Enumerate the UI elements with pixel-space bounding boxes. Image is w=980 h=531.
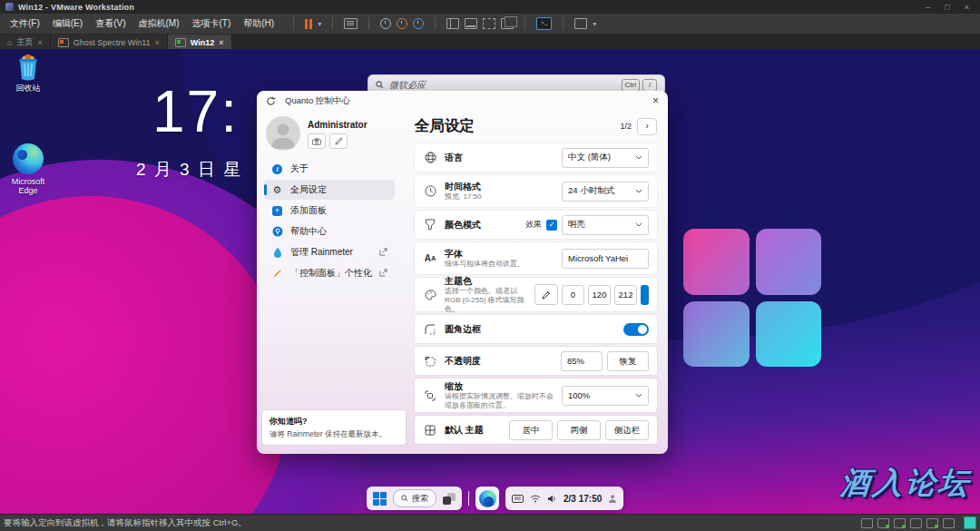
tab-close-icon[interactable] [37, 38, 42, 47]
fullscreen-icon[interactable] [483, 18, 495, 29]
effect-checkbox[interactable] [546, 220, 557, 231]
printer-icon[interactable] [910, 518, 922, 528]
keyboard-icon[interactable] [512, 495, 524, 503]
avatar[interactable] [266, 116, 300, 151]
tab-ghost-spectre-win11[interactable]: Ghost Spectre Win11 [51, 34, 168, 50]
restore-button[interactable]: 恢复 [607, 351, 649, 371]
sidebar-item-manage-rainmeter[interactable]: 管理 Rainmeter [264, 242, 395, 262]
shortcut-key-ctrl: Ctrl [622, 79, 640, 92]
wifi-icon[interactable] [530, 495, 541, 503]
tip-card: 你知道吗? 请将 Rainmeter 保持在最新版本。 [262, 410, 406, 445]
setting-subtext: 细体与粗体将自动设置。 [445, 260, 524, 269]
minimize-button[interactable] [926, 3, 930, 12]
manage-snapshots-icon[interactable] [413, 18, 424, 29]
theme-color-swatch[interactable] [641, 285, 649, 305]
taskbar-edge-button[interactable] [475, 487, 499, 510]
tab-home[interactable]: 主页 [0, 34, 51, 50]
dropdown-value: 100% [568, 390, 590, 400]
desktop-icon-recycle-bin[interactable]: 回收站 [2, 54, 54, 93]
pause-dropdown-icon[interactable]: ▾ [318, 20, 321, 28]
taskbar-tray-pill[interactable]: 2/3 17:50 [505, 487, 623, 510]
cd-rom-icon[interactable] [877, 518, 889, 528]
edge-icon [479, 490, 496, 507]
revert-snapshot-icon[interactable] [397, 18, 407, 29]
console-view-icon[interactable]: >_ [536, 17, 552, 30]
start-button[interactable] [373, 492, 387, 506]
sidebar-item-global-settings[interactable]: 全局设定 [264, 180, 395, 200]
rename-button[interactable] [329, 133, 348, 149]
language-icon [423, 152, 437, 163]
rounded-corners-toggle[interactable] [623, 323, 649, 336]
color-mode-icon [423, 219, 437, 231]
close-button[interactable] [965, 3, 969, 12]
font-input[interactable] [562, 249, 649, 269]
control-center-sidebar: Administrator [257, 111, 402, 454]
setting-label: 颜色模式 [445, 220, 481, 231]
taskbar-search[interactable]: 搜索 [393, 489, 436, 507]
rgb-r-input[interactable] [562, 285, 584, 305]
menu-help[interactable]: 帮助(H) [237, 14, 280, 34]
sidebar-item-add-panel[interactable]: 添加面板 [264, 201, 395, 221]
menu-view[interactable]: 查看(V) [89, 14, 132, 34]
close-icon[interactable] [652, 95, 659, 106]
sound-device-icon[interactable] [943, 518, 955, 528]
desktop-icon-microsoft-edge[interactable]: Microsoft Edge [2, 143, 54, 196]
menu-tabs[interactable]: 选项卡(T) [185, 14, 237, 34]
theme-center-button[interactable]: 居中 [509, 420, 553, 440]
tab-close-icon[interactable] [219, 38, 223, 47]
time-format-dropdown[interactable]: 24 小时制式 [562, 182, 649, 202]
hard-disk-icon[interactable] [861, 518, 873, 528]
profile-name: Administrator [308, 120, 368, 130]
shortcut-key-slash: / [642, 79, 657, 92]
toolbar-separator [563, 17, 564, 30]
take-snapshot-icon[interactable] [380, 18, 391, 29]
change-photo-button[interactable] [308, 133, 326, 149]
usb-device-icon[interactable] [926, 518, 938, 528]
tab-label: Win12 [191, 38, 214, 47]
sidebar-item-about[interactable]: 关于 [264, 159, 395, 179]
taskbar-separator [468, 491, 469, 506]
tray-datetime[interactable]: 2/3 17:50 [564, 494, 602, 504]
toolbar-separator [332, 17, 333, 30]
color-mode-dropdown[interactable]: 明亮 [562, 215, 649, 235]
stretch-guest-icon[interactable] [574, 18, 587, 29]
vm-monitor-icon [58, 38, 69, 47]
menu-file[interactable]: 文件(F) [4, 14, 46, 34]
rgb-g-input[interactable] [588, 285, 611, 305]
theme-both-sides-button[interactable]: 两侧 [557, 420, 601, 440]
fullscreen-indicator-icon[interactable] [964, 516, 976, 529]
refresh-icon[interactable] [266, 96, 276, 106]
volume-icon[interactable] [547, 495, 557, 503]
language-dropdown[interactable]: 中文 (简体) [562, 148, 649, 168]
tab-label: Ghost Spectre Win11 [74, 38, 151, 47]
chevron-down-icon [635, 222, 642, 227]
send-ctrl-alt-del-icon[interactable] [344, 18, 358, 29]
unity-mode-icon[interactable] [501, 18, 514, 29]
network-adapter-icon[interactable] [894, 518, 906, 528]
tab-close-icon[interactable] [155, 38, 160, 47]
tab-win12[interactable]: Win12 [168, 34, 232, 50]
maximize-button[interactable] [945, 3, 949, 12]
stretch-dropdown-icon[interactable]: ▾ [593, 20, 596, 28]
menu-edit[interactable]: 编辑(E) [46, 14, 89, 34]
window-titlebar: Win12 - VMware Workstation [0, 0, 980, 14]
sidebar-item-help-center[interactable]: 帮助中心 [264, 221, 395, 241]
theme-sidebar-button[interactable]: 侧边栏 [605, 420, 649, 440]
task-view-icon[interactable] [443, 493, 456, 505]
user-icon[interactable] [608, 494, 617, 503]
show-library-icon[interactable] [446, 18, 459, 29]
eyedropper-button[interactable] [534, 284, 558, 305]
scale-dropdown[interactable]: 100% [562, 386, 649, 406]
pause-vm-icon[interactable] [305, 19, 312, 29]
layout-grid-icon [423, 425, 437, 436]
taskbar: 搜索 2/3 17:50 [367, 487, 623, 510]
next-page-button[interactable] [637, 118, 657, 135]
menu-vm[interactable]: 虚拟机(M) [132, 14, 185, 34]
rgb-b-input[interactable] [614, 285, 637, 305]
toolbar-separator [368, 17, 369, 30]
sidebar-item-control-panel-personalize[interactable]: 「控制面板」个性化 [264, 263, 395, 283]
setting-row-scale: 缩放 请根据实际情况调整。缩放时不会缩放各面板的位置。 100% [415, 379, 657, 412]
vmware-window: Win12 - VMware Workstation 文件(F) 编辑(E) 查… [0, 0, 980, 531]
opacity-input[interactable] [561, 351, 603, 371]
show-thumbnail-bar-icon[interactable] [465, 18, 477, 29]
